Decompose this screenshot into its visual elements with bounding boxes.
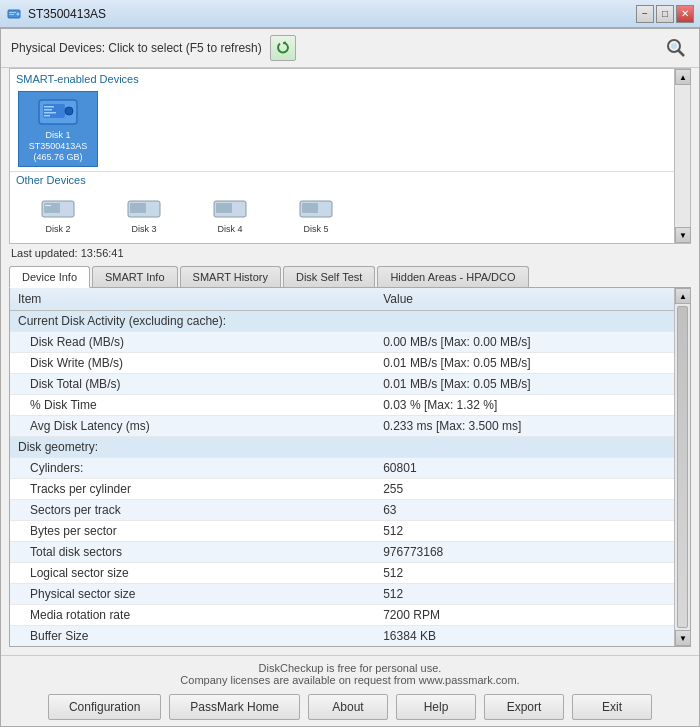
svg-point-7 [671,43,677,49]
table-row: Tracks per cylinder255 [10,479,674,500]
svg-rect-16 [44,203,60,213]
item-cell: Media rotation rate [10,605,375,626]
refresh-button[interactable] [270,35,296,61]
other-devices-label: Other Devices [10,171,674,188]
table-row: Sectors per track63 [10,500,674,521]
table-scroll-down[interactable]: ▼ [675,630,691,646]
table-row: Avg Disk Latency (ms)0.233 ms [Max: 3.50… [10,416,674,437]
item-cell: % Disk Time [10,395,375,416]
other-device-label-1: Disk 2 [45,224,70,235]
item-cell: Cylinders: [10,458,375,479]
svg-rect-20 [130,203,146,213]
tabs-bar: Device Info SMART Info SMART History Dis… [1,262,699,287]
svg-rect-12 [44,109,52,111]
table-row: Total disk sectors976773168 [10,542,674,563]
svg-rect-13 [44,112,56,114]
scroll-thumb[interactable] [677,306,688,628]
table-inner: Item Value Current Disk Activity (exclud… [10,288,674,646]
removable-icon-4 [298,196,334,222]
item-cell: Total disk sectors [10,542,375,563]
device-info-table: Item Value Current Disk Activity (exclud… [10,288,674,646]
other-device-label-2: Disk 3 [131,224,156,235]
value-cell: 512 [375,563,674,584]
other-device-1[interactable]: Disk 2 [18,192,98,239]
other-device-2[interactable]: Disk 3 [104,192,184,239]
item-cell: Buffer Size [10,626,375,646]
selected-device[interactable]: Disk 1ST3500413AS(465.76 GB) [18,91,98,167]
item-cell: Logical sector size [10,563,375,584]
section-header-cell: Current Disk Activity (excluding cache): [10,311,674,332]
svg-rect-3 [9,14,14,15]
item-cell: Avg Disk Latency (ms) [10,416,375,437]
device-label: Disk 1ST3500413AS(465.76 GB) [29,130,88,162]
export-button[interactable]: Export [484,694,564,720]
other-device-3[interactable]: Disk 4 [190,192,270,239]
table-container: Item Value Current Disk Activity (exclud… [9,287,691,647]
value-cell: 512 [375,584,674,605]
value-cell: 60801 [375,458,674,479]
item-cell: Bytes per sector [10,521,375,542]
exit-button[interactable]: Exit [572,694,652,720]
section-header-cell: Disk geometry: [10,437,674,458]
scroll-up-button[interactable]: ▲ [675,69,691,85]
item-cell: Physical sector size [10,584,375,605]
other-device-label-3: Disk 4 [217,224,242,235]
table-row: Cylinders:60801 [10,458,674,479]
table-row: Current Disk Activity (excluding cache): [10,311,674,332]
value-cell: 7200 RPM [375,605,674,626]
item-cell: Tracks per cylinder [10,479,375,500]
tab-disk-self-test[interactable]: Disk Self Test [283,266,375,287]
smart-devices-grid: Disk 1ST3500413AS(465.76 GB) [10,87,674,171]
value-cell: 0.01 MB/s [Max: 0.05 MB/s] [375,374,674,395]
table-row: Disk Read (MB/s)0.00 MB/s [Max: 0.00 MB/… [10,332,674,353]
table-row: Disk Total (MB/s)0.01 MB/s [Max: 0.05 MB… [10,374,674,395]
table-scroll-up[interactable]: ▲ [675,288,691,304]
scroll-down-button[interactable]: ▼ [675,227,691,243]
tab-device-info[interactable]: Device Info [9,266,90,288]
table-row: Logical sector size512 [10,563,674,584]
svg-line-6 [678,50,684,56]
minimize-button[interactable]: − [636,5,654,23]
item-cell: Disk Write (MB/s) [10,353,375,374]
item-cell: Disk Total (MB/s) [10,374,375,395]
app-icon [6,6,22,22]
footer-line2: Company licenses are available on reques… [11,674,689,686]
passmark-home-button[interactable]: PassMark Home [169,694,300,720]
close-button[interactable]: ✕ [676,5,694,23]
configuration-button[interactable]: Configuration [48,694,161,720]
removable-icon-3 [212,196,248,222]
value-cell: 0.233 ms [Max: 3.500 ms] [375,416,674,437]
table-row: Bytes per sector512 [10,521,674,542]
tab-hidden-areas[interactable]: Hidden Areas - HPA/DCO [377,266,528,287]
footer-line1: DiskCheckup is free for personal use. [11,662,689,674]
value-cell: 255 [375,479,674,500]
table-row: Physical sector size512 [10,584,674,605]
svg-rect-26 [302,203,318,213]
table-row: Disk geometry: [10,437,674,458]
svg-rect-17 [45,205,51,206]
refresh-icon [275,40,291,56]
tab-smart-history[interactable]: SMART History [180,266,281,287]
window-title: ST3500413AS [28,7,106,21]
table-row: Buffer Size16384 KB [10,626,674,646]
about-button[interactable]: About [308,694,388,720]
device-panel-scrollbar[interactable]: ▲ ▼ [674,69,690,243]
table-scrollbar[interactable]: ▲ ▼ [674,288,690,646]
footer-text: DiskCheckup is free for personal use. Co… [11,662,689,686]
col-header-value: Value [375,288,674,311]
search-button[interactable] [663,35,689,61]
smart-enabled-label: SMART-enabled Devices [10,71,674,87]
other-device-4[interactable]: Disk 5 [276,192,356,239]
value-cell: 0.01 MB/s [Max: 0.05 MB/s] [375,353,674,374]
maximize-button[interactable]: □ [656,5,674,23]
value-cell: 16384 KB [375,626,674,646]
removable-icon-1 [40,196,76,222]
svg-point-1 [17,12,20,15]
help-button[interactable]: Help [396,694,476,720]
svg-rect-14 [44,115,50,117]
item-cell: Sectors per track [10,500,375,521]
tab-smart-info[interactable]: SMART Info [92,266,178,287]
footer-buttons: Configuration PassMark Home About Help E… [11,694,689,720]
other-devices-grid: Disk 2 Disk 3 [10,188,674,243]
value-cell: 512 [375,521,674,542]
